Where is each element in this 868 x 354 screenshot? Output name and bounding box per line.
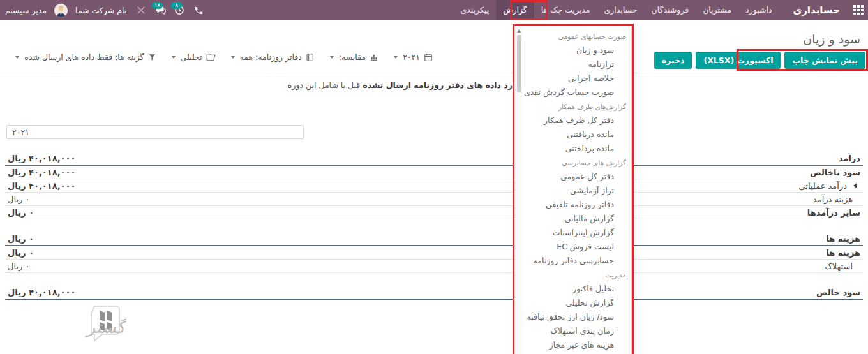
date-filter[interactable]: ۲۰۲۱ [394,52,433,62]
menu-item-depreciation-schedule[interactable]: زمان بندی استهلاک [515,324,631,338]
row-value: ۴۰,۰۱۸,۰۰۰ ریال [5,288,75,297]
chevron-down-icon [172,56,176,59]
report-row-cost-of-revenue: هزینه درآمد ۰ ریال [5,193,863,206]
menu-item-profit-and-loss[interactable]: سود و زیان [515,43,631,57]
row-value: ۰ ریال [5,195,29,204]
foldable-row-toggle[interactable]: درآمد عملیاتی [798,181,863,191]
report-row-net-profit: سود خالص ۴۰,۰۱۸,۰۰۰ ریال [5,286,863,300]
user-menu[interactable]: مدیر سیستم [0,6,52,15]
row-label: هزینه ها [826,234,863,244]
chevron-down-icon [15,56,19,59]
report-row-gross-profit: سود ناخالص ۴۰,۰۱۸,۰۰۰ ریال [5,166,863,179]
row-value: ۰ ریال [5,262,29,271]
menu-item-executive-summary[interactable]: خلاصه اجرایی [515,71,631,85]
journals-filter-label: دفاتر روزنامه: همه [240,52,302,62]
company-watermark-logo: تسهیل گستر [18,300,126,353]
messages-chat-icon[interactable]: ۱۸ [151,0,170,20]
row-value: ۰ ریال [5,208,34,218]
journals-filter[interactable]: دفاتر روزنامه: همه [231,52,315,62]
report-row-other-income: سایر درآمدها ۰ ریال [5,206,863,219]
analytic-filter[interactable]: تحلیلی [172,52,216,62]
filter-icon [148,53,156,61]
nav-item-customers[interactable]: مشتریان [696,0,738,20]
row-value: ۰ ریال [5,234,34,244]
messages-badge: ۱۸ [152,2,163,9]
apps-grid-icon[interactable] [849,0,868,20]
menu-item-unrealized-currency-gain-loss[interactable]: سود/ زیان ارز تحقق نیافته [515,310,631,324]
menu-item-payable-balance[interactable]: مانده پرداختنی [515,142,631,156]
nav-item-vendors[interactable]: فروشندگان [644,0,696,20]
menu-item-analytic-report[interactable]: گزارش تحلیلی [515,296,631,310]
row-value: ۴۰,۰۱۸,۰۰۰ ریال [5,181,75,191]
save-button[interactable]: ذخیره [654,52,692,69]
bar-chart-icon [370,53,378,62]
year-input[interactable] [6,125,304,139]
activities-clock-icon[interactable]: ۸ [170,0,189,20]
nav-item-dashboard[interactable]: داشبورد [738,0,779,20]
chevron-down-icon [394,56,398,59]
row-label: هزینه ها [826,248,863,258]
report-row-depreciation: استهلاک ۰ ریال [5,260,863,273]
comparison-filter-label: مقایسه: [339,52,366,62]
nav-item-configuration[interactable]: پیکربندی [454,0,497,20]
comparison-filter[interactable]: مقایسه: [330,52,378,62]
profit-loss-report: درآمد ۴۰,۰۱۸,۰۰۰ ریال سود ناخالص ۴۰,۰۱۸,… [5,152,863,300]
company-name[interactable]: نام شرکت شما [70,6,131,15]
reports-dropdown-menu: صورت حسابهای عمومی سود و زیان ترازنامه خ… [514,26,632,354]
systray: ۸ ۱۸ نام شرکت شما مدیر سیستم [0,0,208,20]
export-xlsx-button[interactable]: اکسپورت (XLSX) [696,52,781,69]
scroll-up-arrow-icon[interactable] [517,29,521,33]
row-value: ۴۰,۰۱۸,۰۰۰ ریال [5,154,75,163]
chevron-down-icon [330,56,334,59]
folder-icon [206,53,216,61]
row-label: سود خالص [816,288,863,297]
menu-item-journals-audit[interactable]: حسابرسی دفاتر روزنامه [515,254,631,268]
date-filter-label: ۲۰۲۱ [403,52,420,62]
row-label: درآمد عملیاتی [798,181,847,191]
app-window: حسابداری داشبورد مشتریان فروشندگان حسابد… [0,0,868,354]
unfold-caret-icon [853,183,857,188]
menu-item-invoice-analysis[interactable]: تحلیل فاکتور [515,282,631,296]
menu-item-receivable-balance[interactable]: مانده دریافتنی [515,128,631,142]
options-filter[interactable]: گزینه ها: فقط داده های ارسال شده [15,52,156,62]
book-icon [306,53,315,62]
tools-icon[interactable] [131,0,151,20]
menu-scrollbar[interactable] [515,26,523,354]
menu-item-tax-report[interactable]: گزارش مالیاتی [515,212,631,226]
page-title: سود و زیان [803,32,860,46]
phone-icon[interactable] [189,0,208,20]
calendar-icon [424,53,433,62]
grid-icon [853,5,864,15]
print-preview-button[interactable]: پیش نمایش چاپ [784,52,865,69]
row-value: ۰ ریال [5,248,34,258]
watermark-text: تسهیل گستر [85,317,126,337]
report-row-expenses-section: هزینه ها ۰ ریال [5,232,863,246]
row-label: سایر درآمدها [807,208,863,218]
app-name[interactable]: حسابداری [779,4,849,16]
menu-item-cash-flow-statement[interactable]: صورت حساب گردش نقدی [515,85,631,100]
menu-item-ec-sales-list[interactable]: لیست فروش EC [515,240,631,254]
menu-item-trial-balance[interactable]: تراز آزمایشی [515,184,631,198]
options-description-bold: رد داده های دفتر روزنامه ارسال نشده [363,80,513,90]
nav-item-check-management[interactable]: مدیریت چک ها [534,0,597,20]
action-buttons: پیش نمایش چاپ اکسپورت (XLSX) ذخیره [654,52,865,69]
nav-item-reports[interactable]: گزارش [496,0,534,20]
filter-bar: ۲۰۲۱ مقایسه: دفاتر روزنامه: همه تحلیلی گ… [15,52,433,62]
menu-item-intrastat-report[interactable]: گزارش اینتراستات [515,226,631,240]
menu-item-disallowed-expenses[interactable]: هزینه های غیر مجاز [515,338,631,352]
menu-item-general-ledger[interactable]: دفتر کل عمومی [515,170,631,184]
menu-section-audit-reports: گزارش های حسابرسی [515,156,631,170]
menu-item-consolidated-journals[interactable]: دفاتر روزنامه تلفیقی [515,198,631,212]
top-navbar: حسابداری داشبورد مشتریان فروشندگان حسابد… [0,0,868,20]
control-panel-divider [0,73,868,73]
nav-item-accounting[interactable]: حسابداری [597,0,644,20]
user-avatar[interactable] [54,4,68,17]
menu-section-partner-reports: گزارش‌های طرف همکار [515,100,631,114]
report-row-expenses: هزینه ها ۰ ریال [5,246,863,260]
scrollbar-thumb[interactable] [517,35,521,92]
analytic-filter-label: تحلیلی [181,52,202,62]
chevron-down-icon [231,56,235,59]
row-value: ۴۰,۰۱۸,۰۰۰ ریال [5,168,75,177]
menu-item-partner-ledger[interactable]: دفتر کل طرف همکار [515,114,631,128]
menu-item-balance-sheet[interactable]: ترازنامه [515,57,631,71]
